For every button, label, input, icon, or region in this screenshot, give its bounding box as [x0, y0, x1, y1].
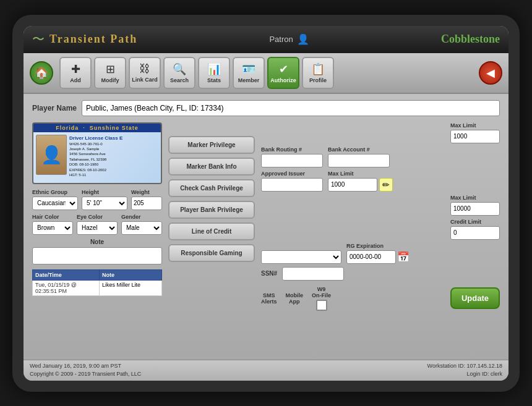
footer-bar: Wed January 16, 2019, 9:00 am PST Copyri… — [24, 360, 508, 381]
max-limit-group-2: Max Limit ✏ — [328, 171, 393, 192]
marker-bank-info-button[interactable]: Marker Bank Info — [168, 158, 255, 176]
state-name: Florida — [56, 125, 79, 131]
ssn-label: SSN# — [261, 270, 277, 277]
approved-issuer-group: Approved Issuer — [261, 171, 323, 192]
tablet-screen: 〜 Transient Path Patron 👤 Cobblestone 🏠 … — [24, 26, 508, 381]
rg-expiration-input[interactable] — [346, 250, 396, 264]
authorize-label: Authorize — [270, 77, 296, 83]
max-limit-row-3: Max Limit — [261, 195, 500, 216]
hair-color-label: Hair Color — [32, 214, 73, 220]
id-hgt: HGT: 5-11 — [69, 172, 158, 177]
weight-input[interactable] — [131, 197, 162, 210]
id-city: Tallahassee, FL 32398 — [69, 157, 158, 162]
w9-onfile-checkbox[interactable] — [316, 300, 327, 311]
profile-button[interactable]: 📋 Profile — [302, 57, 334, 89]
ssn-input[interactable] — [282, 267, 344, 281]
footer-login: Login ID: clerk — [427, 370, 502, 379]
note-section: Note Date/Time Note Tue, — [32, 239, 162, 296]
add-button[interactable]: ✚ Add — [59, 57, 92, 89]
profile-label: Profile — [309, 77, 327, 83]
update-button[interactable]: Update — [450, 287, 500, 309]
stats-button[interactable]: 📊 Stats — [198, 57, 230, 89]
rg-row: RG Expiration 📅 — [261, 243, 500, 264]
id-photo-placeholder: 👤 — [36, 135, 67, 175]
player-name-row: Player Name — [32, 100, 500, 116]
note-row: Tue, 01/15/19 @02:35:51 PM Likes Miller … — [33, 280, 162, 295]
ethnic-group-field: Ethnic Group Caucasian — [32, 189, 78, 210]
toolbar: 🏠 ✚ Add ⊞ Modify ⛓ Link Card 🔍 Search 📊 … — [24, 53, 508, 94]
player-bank-privilege-button[interactable]: Player Bank Privilege — [168, 201, 255, 219]
max-limit-input-3[interactable] — [450, 202, 500, 216]
approved-issuer-input[interactable] — [261, 178, 323, 192]
check-cash-privilege-button[interactable]: Check Cash Privilege — [168, 179, 255, 197]
ethnic-group-select[interactable]: Caucasian — [32, 197, 78, 210]
w9-onfile-label: W9 On-File — [312, 286, 331, 298]
hair-color-field: Hair Color Brown — [32, 214, 73, 235]
player-name-label: Player Name — [32, 104, 77, 112]
max-limit-label-2: Max Limit — [328, 171, 393, 177]
stats-icon: 📊 — [207, 62, 221, 76]
hair-color-select[interactable]: Brown — [32, 221, 73, 235]
responsible-gaming-select[interactable] — [261, 250, 341, 264]
footer-date: Wed January 16, 2019, 9:00 am PST — [30, 362, 141, 371]
rg-expiration-label: RG Expiration — [346, 243, 410, 249]
home-button[interactable]: 🏠 — [30, 61, 53, 85]
content-row: Florida · Sunshine State 👤 Driver Licens… — [32, 122, 500, 311]
responsible-gaming-button[interactable]: Responsible Gaming — [168, 244, 255, 262]
marker-privilege-button[interactable]: Marker Privilege — [168, 136, 255, 154]
max-limit-group-1: Max Limit — [450, 122, 500, 143]
search-icon: 🔍 — [173, 62, 186, 76]
gender-select[interactable]: Male — [121, 221, 162, 235]
max-limit-label-3: Max Limit — [450, 195, 500, 201]
id-name: Joseph A. Sample — [69, 146, 158, 151]
line-of-credit-button[interactable]: Line of Credit — [168, 222, 255, 240]
back-button[interactable]: ◀ — [479, 61, 502, 85]
demographics-row-2: Hair Color Brown Eye Color Hazel — [32, 214, 162, 235]
search-button[interactable]: 🔍 Search — [163, 57, 195, 89]
fl-header: Florida · Sunshine State — [33, 124, 161, 132]
modify-button[interactable]: ⊞ Modify — [94, 57, 126, 89]
middle-panel: Marker Privilege Marker Bank Info Check … — [168, 122, 255, 311]
edit-icon[interactable]: ✏ — [379, 178, 393, 192]
eye-color-field: Eye Color Hazel — [77, 214, 118, 235]
weight-field: Weight — [131, 189, 162, 210]
player-name-input[interactable] — [82, 100, 500, 116]
calendar-icon[interactable]: 📅 — [397, 251, 410, 263]
id-content: 👤 Driver License Class E W426-545-30-761… — [33, 132, 161, 183]
note-col-text: Note — [99, 269, 161, 280]
link-card-icon: ⛓ — [139, 62, 150, 75]
logo-icon: 〜 — [32, 31, 45, 48]
id-photo: Florida · Sunshine State 👤 Driver Licens… — [32, 122, 162, 184]
search-label: Search — [170, 77, 189, 83]
note-col-datetime: Date/Time — [33, 269, 100, 280]
bottom-row: SMS Alerts Mobile App W9 On-File Update — [261, 286, 500, 311]
bank-account-input[interactable] — [328, 154, 390, 167]
approved-issuer-label: Approved Issuer — [261, 171, 323, 177]
height-select[interactable]: 5' 10" — [82, 197, 127, 210]
footer-workstation: Workstation ID: 107.145.12.18 — [427, 362, 502, 371]
max-limit-input-2[interactable] — [328, 178, 377, 192]
id-address: 3456 Somewhere Ave — [69, 151, 158, 156]
authorize-button[interactable]: ✔ Authorize — [267, 57, 299, 89]
credit-limit-input[interactable] — [450, 226, 500, 240]
tablet-frame: 〜 Transient Path Patron 👤 Cobblestone 🏠 … — [12, 15, 520, 392]
id-dob: DOB: 08-10-1980 — [69, 162, 158, 167]
cobblestone-label: Cobblestone — [441, 33, 500, 46]
max-limit-row-1: Max Limit — [261, 122, 500, 143]
demographics-row-1: Ethnic Group Caucasian Height 5' 10" — [32, 189, 162, 210]
bank-routing-group: Bank Routing # — [261, 146, 323, 167]
member-button[interactable]: 🪪 Member — [233, 57, 265, 89]
link-card-button[interactable]: ⛓ Link Card — [129, 57, 161, 89]
height-label: Height — [82, 189, 127, 195]
note-textarea[interactable] — [32, 247, 162, 264]
max-limit-input-1[interactable] — [450, 130, 500, 143]
gender-field: Gender Male — [121, 214, 162, 235]
member-label: Member — [238, 77, 260, 83]
eye-color-select[interactable]: Hazel — [77, 221, 118, 235]
bank-account-group: Bank Account # — [328, 146, 390, 167]
id-class-title: Driver License Class E — [69, 135, 158, 142]
sms-alerts-group: SMS Alerts — [261, 292, 277, 305]
footer-right: Workstation ID: 107.145.12.18 Login ID: … — [427, 362, 502, 379]
link-card-label: Link Card — [132, 77, 158, 83]
bank-routing-input[interactable] — [261, 154, 323, 167]
